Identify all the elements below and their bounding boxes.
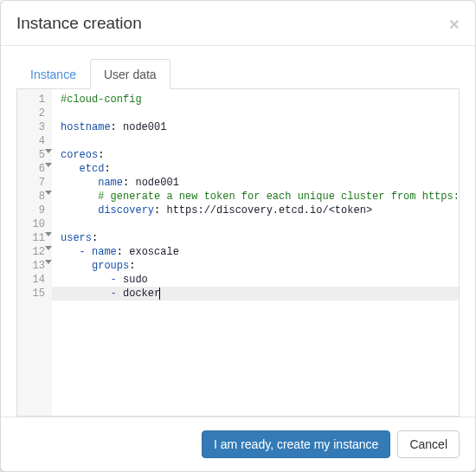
gutter-line: 13	[17, 259, 45, 273]
text-cursor	[159, 288, 160, 300]
gutter-line: 9	[17, 204, 45, 217]
code-editor[interactable]: 123456789101112131415 #cloud-confighostn…	[16, 89, 460, 417]
code-line[interactable]	[61, 107, 459, 120]
gutter-line: 11	[17, 231, 45, 245]
fold-icon[interactable]	[45, 191, 52, 195]
gutter-line: 7	[17, 176, 45, 190]
fold-icon[interactable]	[45, 149, 52, 153]
code-line[interactable]: etcd:	[61, 162, 459, 176]
code-line[interactable]: hostname: node001	[61, 120, 459, 134]
tab-instance[interactable]: Instance	[16, 59, 90, 89]
editor-gutter: 123456789101112131415	[17, 89, 52, 416]
gutter-line: 10	[17, 217, 45, 231]
code-line[interactable]: discovery: https://discovery.etcd.io/<to…	[61, 204, 459, 217]
gutter-line: 12	[17, 245, 45, 259]
gutter-line: 14	[17, 273, 45, 287]
tab-bar: Instance User data	[16, 59, 460, 89]
code-line[interactable]: # generate a new token for each unique c…	[61, 190, 459, 204]
code-line[interactable]: coreos:	[61, 148, 459, 162]
instance-creation-modal: Instance creation × Instance User data 1…	[0, 0, 476, 472]
fold-icon[interactable]	[45, 163, 52, 167]
code-line[interactable]: groups:	[61, 259, 459, 273]
code-line[interactable]: name: node001	[61, 176, 459, 190]
editor-code-area[interactable]: #cloud-confighostname: node001coreos: et…	[52, 89, 459, 416]
create-instance-button[interactable]: I am ready, create my instance	[202, 430, 390, 458]
gutter-line: 5	[17, 148, 45, 162]
modal-body: Instance User data 123456789101112131415…	[1, 46, 475, 417]
code-line[interactable]: - sudo	[61, 273, 459, 287]
code-line[interactable]	[61, 217, 459, 231]
gutter-line: 2	[17, 107, 45, 120]
code-line[interactable]: - docker	[52, 287, 459, 301]
code-line[interactable]: users:	[61, 231, 459, 245]
code-line[interactable]: #cloud-config	[61, 93, 459, 107]
gutter-line: 1	[17, 93, 45, 107]
gutter-line: 6	[17, 162, 45, 176]
gutter-line: 3	[17, 120, 45, 134]
code-line[interactable]: - name: exoscale	[61, 245, 459, 259]
modal-footer: I am ready, create my instance Cancel	[1, 417, 475, 471]
fold-icon[interactable]	[45, 260, 52, 264]
tab-user-data[interactable]: User data	[90, 59, 170, 89]
modal-header: Instance creation ×	[1, 1, 475, 46]
modal-title: Instance creation	[16, 14, 142, 33]
code-line[interactable]	[61, 134, 459, 148]
cancel-button[interactable]: Cancel	[397, 430, 460, 458]
gutter-line: 15	[17, 287, 45, 301]
close-icon[interactable]: ×	[449, 15, 460, 33]
fold-icon[interactable]	[45, 246, 52, 250]
fold-icon[interactable]	[45, 232, 52, 236]
gutter-line: 4	[17, 134, 45, 148]
gutter-line: 8	[17, 190, 45, 204]
